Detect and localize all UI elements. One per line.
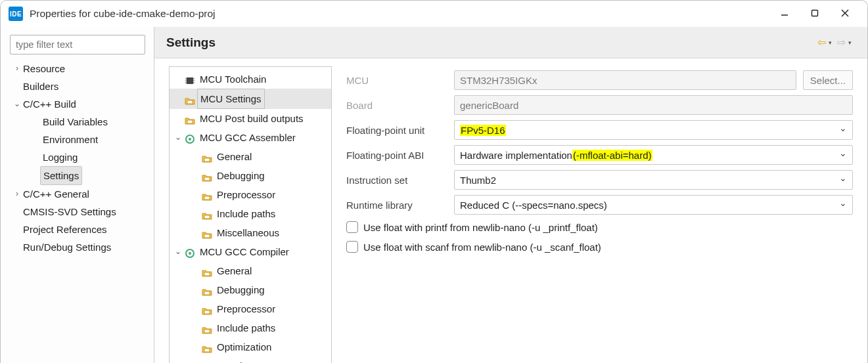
tree-item-debugging[interactable]: Debugging — [170, 166, 331, 185]
tree-item-preprocessor[interactable]: Preprocessor — [170, 185, 331, 204]
heading-bar: Settings ⇦ ▾ ⇨ ▾ — [154, 27, 867, 58]
main-layout: ›ResourceBuilders⌄C/C++ BuildBuild Varia… — [1, 27, 867, 363]
tree-item-general[interactable]: General — [170, 261, 331, 280]
tree-item-preprocessor[interactable]: Preprocessor — [170, 299, 331, 318]
tree-item-label: Debugging — [217, 280, 265, 299]
label-scanf-float: Use float with scanf from newlib-nano (-… — [363, 242, 601, 253]
tree-item-warnings[interactable]: Warnings — [170, 356, 331, 363]
chevron-right-icon[interactable]: › — [12, 60, 22, 77]
nav-item-label: Settings — [40, 166, 82, 185]
tree-item-mcu-settings[interactable]: MCU Settings — [170, 89, 331, 109]
row-printf-float: Use float with printf from newlib-nano (… — [346, 217, 853, 237]
folder-icon — [201, 360, 213, 364]
label-fabi: Floating-point ABI — [346, 150, 447, 161]
iset-value: Thumb2 — [460, 175, 496, 186]
tree-item-mcu-toolchain[interactable]: MCU Toolchain — [170, 70, 331, 89]
select-mcu-button[interactable]: Select... — [803, 70, 853, 90]
chevron-right-icon[interactable]: › — [12, 185, 22, 203]
forward-button[interactable]: ⇨ — [837, 36, 846, 49]
folder-icon — [201, 303, 213, 315]
forward-dropdown[interactable]: ▾ — [847, 39, 856, 46]
checkbox-scanf-float[interactable] — [346, 241, 358, 253]
tree-item-optimization[interactable]: Optimization — [170, 337, 331, 356]
nav-item-label: Project References — [23, 221, 107, 238]
chevron-down-icon[interactable]: ⌄ — [173, 242, 183, 261]
dropdown-iset[interactable]: Thumb2 — [454, 170, 853, 190]
row-fabi: Floating-point ABI Hardware implementati… — [346, 142, 853, 167]
row-scanf-float: Use float with scanf from newlib-nano (-… — [346, 237, 853, 257]
nav-item-c-c-general[interactable]: ›C/C++ General — [10, 185, 147, 203]
minimize-button[interactable] — [777, 9, 792, 20]
page-title: Settings — [166, 35, 817, 50]
nav-item-resource[interactable]: ›Resource — [10, 60, 147, 77]
nav-item-logging[interactable]: Logging — [10, 148, 147, 166]
nav-item-settings[interactable]: Settings — [10, 166, 147, 185]
tree-item-mcu-gcc-compiler[interactable]: ⌄MCU GCC Compiler — [170, 242, 331, 261]
window-title: Properties for cube-ide-cmake-demo-proj — [30, 8, 777, 20]
label-board: Board — [346, 100, 447, 111]
rtlib-value: Reduced C (--specs=nano.specs) — [460, 200, 607, 211]
titlebar: IDE Properties for cube-ide-cmake-demo-p… — [1, 1, 867, 27]
nav-item-label: C/C++ General — [23, 185, 89, 203]
settings-tree: MCU ToolchainMCU SettingsMCU Post build … — [169, 66, 332, 363]
svg-rect-25 — [204, 330, 210, 333]
nav-item-run-debug-settings[interactable]: Run/Debug Settings — [10, 238, 147, 256]
nav-item-builders[interactable]: Builders — [10, 77, 147, 95]
chevron-down-icon[interactable]: ⌄ — [12, 95, 22, 113]
svg-rect-18 — [204, 215, 210, 219]
back-dropdown[interactable]: ▾ — [827, 39, 836, 46]
fpu-value: FPv5-D16 — [460, 125, 506, 136]
tree-item-label: MCU Post build outputs — [200, 109, 304, 128]
folder-icon — [184, 93, 196, 105]
nav-item-label: CMSIS-SVD Settings — [23, 203, 116, 221]
label-iset: Instruction set — [346, 175, 447, 186]
tool-icon — [184, 132, 196, 144]
folder-icon — [201, 322, 213, 334]
nav-item-label: Logging — [43, 148, 78, 166]
nav-item-environment[interactable]: Environment — [10, 131, 147, 148]
folder-icon — [201, 189, 213, 201]
tree-item-include-paths[interactable]: Include paths — [170, 318, 331, 337]
row-fpu: Floating-point unit FPv5-D16 — [346, 117, 853, 142]
nav-item-label: Builders — [23, 77, 58, 95]
nav-item-label: Environment — [43, 131, 98, 148]
tree-item-label: MCU Toolchain — [200, 70, 266, 89]
back-button[interactable]: ⇦ — [817, 36, 826, 49]
svg-rect-26 — [204, 349, 210, 352]
nav-item-c-c-build[interactable]: ⌄C/C++ Build — [10, 95, 147, 113]
folder-icon — [201, 265, 213, 277]
folder-icon — [201, 341, 213, 353]
svg-rect-15 — [204, 158, 210, 161]
tree-item-mcu-gcc-assembler[interactable]: ⌄MCU GCC Assembler — [170, 128, 331, 147]
label-printf-float: Use float with printf from newlib-nano (… — [363, 222, 598, 233]
fabi-prefix: Hardware implementation — [460, 150, 572, 161]
row-board: Board genericBoard — [346, 93, 853, 117]
checkbox-printf-float[interactable] — [346, 221, 358, 233]
close-button[interactable] — [837, 9, 853, 20]
svg-rect-22 — [204, 272, 210, 276]
fabi-hl: (-mfloat-abi=hard) — [572, 150, 652, 161]
svg-point-21 — [189, 252, 191, 255]
tree-item-debugging[interactable]: Debugging — [170, 280, 331, 299]
filter-input[interactable] — [10, 35, 145, 54]
dropdown-fabi[interactable]: Hardware implementation (-mfloat-abi=har… — [454, 145, 853, 165]
content-area: MCU ToolchainMCU SettingsMCU Post build … — [154, 58, 867, 363]
tree-item-miscellaneous[interactable]: Miscellaneous — [170, 223, 331, 242]
svg-rect-11 — [187, 100, 193, 104]
tree-item-general[interactable]: General — [170, 147, 331, 166]
tree-item-label: Include paths — [217, 318, 275, 337]
tree-item-include-paths[interactable]: Include paths — [170, 204, 331, 223]
nav-item-build-variables[interactable]: Build Variables — [10, 113, 147, 131]
chevron-down-icon[interactable]: ⌄ — [173, 128, 183, 147]
dropdown-fpu[interactable]: FPv5-D16 — [454, 120, 853, 140]
folder-icon — [201, 227, 213, 239]
dropdown-rtlib[interactable]: Reduced C (--specs=nano.specs) — [454, 195, 853, 215]
label-fpu: Floating-point unit — [346, 125, 447, 136]
tree-item-label: Preprocessor — [217, 185, 275, 204]
nav-item-cmsis-svd-settings[interactable]: CMSIS-SVD Settings — [10, 203, 147, 221]
maximize-button[interactable] — [807, 9, 823, 20]
tree-item-mcu-post-build-outputs[interactable]: MCU Post build outputs — [170, 109, 331, 128]
row-iset: Instruction set Thumb2 — [346, 167, 853, 192]
nav-item-label: Resource — [23, 60, 65, 77]
nav-item-project-references[interactable]: Project References — [10, 221, 147, 238]
